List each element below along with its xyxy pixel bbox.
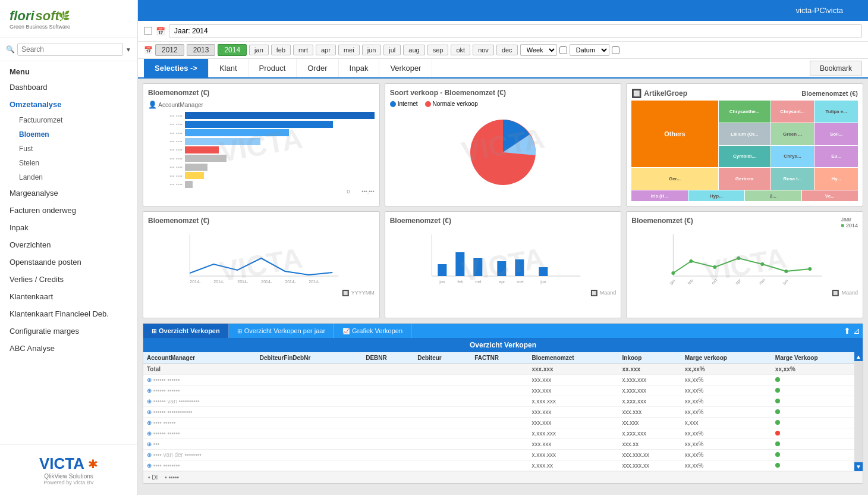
sidebar-subitem-factuuromzet[interactable]: Factuuromzet — [0, 113, 137, 127]
dropdown-arrow-icon[interactable]: ▼ — [125, 46, 131, 53]
year-label-input[interactable] — [169, 24, 862, 37]
bar-label-1: ••• •••• — [148, 121, 183, 127]
week-select[interactable]: Week — [520, 44, 557, 56]
status-dot-3 — [775, 399, 780, 403]
month-jan-btn[interactable]: jan — [249, 45, 269, 55]
cell-r6-deb — [414, 428, 471, 439]
expand-icon-4[interactable]: ⊕ — [147, 409, 152, 415]
sidebar-subitem-stelen[interactable]: Stelen — [0, 156, 137, 170]
sidebar-subitem-bloemen[interactable]: Bloemen — [0, 127, 137, 142]
month-mei-btn[interactable]: mei — [338, 45, 360, 55]
bar-label-7: ••• •••• — [148, 173, 183, 178]
sidebar-item-facturen[interactable]: Facturen onderweg — [0, 202, 137, 219]
datum-checkbox[interactable] — [612, 46, 619, 54]
table-tab-overzicht[interactable]: ⊞ Overzicht Verkopen — [143, 324, 229, 338]
year-2012-btn[interactable]: 2012 — [155, 44, 184, 56]
line3-icon: 🔲 — [832, 290, 839, 296]
year-2014-btn[interactable]: 2014 — [218, 44, 247, 56]
table-tab-per-jaar[interactable]: ⊞ Overzicht Verkopen per jaar — [229, 324, 334, 338]
cell-r5-blom: xxx.xxx — [528, 418, 618, 428]
line1-footer: 🔲 YYYYMM — [148, 290, 375, 296]
sidebar-item-inpak[interactable]: Inpak — [0, 219, 137, 236]
table-expand-icon[interactable]: ⊿ — [853, 326, 860, 336]
month-aug-btn[interactable]: aug — [403, 45, 424, 55]
treemap-bottom-row: Iris (H... Hyp... 2... Ve... — [631, 190, 858, 201]
pie-chart-svg — [458, 111, 548, 188]
treemap-cell-hy: Hy... — [814, 168, 858, 190]
expand-icon-6[interactable]: ⊕ — [147, 430, 152, 437]
cell-r2-factnr — [471, 386, 528, 396]
sidebar-item-verlies[interactable]: Verlies / Credits — [0, 271, 137, 288]
month-apr-btn[interactable]: apr — [316, 45, 336, 55]
tab-order[interactable]: Order — [297, 59, 338, 77]
treemap-cell-cymbidi: Cymbidi... — [719, 146, 770, 168]
sidebar-item-klantenkaart-fin[interactable]: Klantenkaart Financieel Deb. — [0, 305, 137, 322]
scroll-up-btn[interactable]: ▲ — [854, 352, 863, 361]
cell-r5-debnr — [362, 418, 414, 428]
table-export-icon[interactable]: ⬆ — [844, 326, 851, 336]
scroll-down-btn[interactable]: ▼ — [854, 462, 863, 471]
data-table: AccountManager DebiteurFinDebNr DEBNR De… — [143, 352, 863, 471]
cell-r3-margv: xx,xx% — [681, 396, 772, 407]
month-okt-btn[interactable]: okt — [451, 45, 470, 55]
month-jul-btn[interactable]: jul — [383, 45, 401, 55]
bar-chart-title: Bloemenomzet (€) — [148, 89, 375, 97]
tab-product[interactable]: Product — [249, 59, 297, 77]
tab-klant[interactable]: Klant — [209, 59, 249, 77]
sidebar-subitem-landen[interactable]: Landen — [0, 170, 137, 184]
cell-r6-debnr — [362, 428, 414, 439]
line-chart2-svg: jan feb mrt apr mei jun — [390, 228, 617, 288]
expand-icon-3[interactable]: ⊕ — [147, 398, 152, 405]
table-scroll-container[interactable]: AccountManager DebiteurFinDebNr DEBNR De… — [143, 352, 863, 471]
table-scrollbar: ▲ ▼ — [854, 352, 863, 471]
expand-icon-2[interactable]: ⊕ — [147, 387, 152, 394]
month-feb-btn[interactable]: feb — [271, 45, 291, 55]
line-chart1-panel: VICTA Bloemenomzet (€) 2014- 2014- 2014-… — [143, 211, 380, 318]
year-2013-btn[interactable]: 2013 — [187, 44, 216, 56]
sidebar-item-omzetanalyse[interactable]: Omzetanalyse — [0, 96, 137, 113]
cell-total-factnr — [471, 364, 528, 375]
line3-footer: 🔲 Maand — [631, 290, 858, 296]
expand-icon-7[interactable]: ⊕ — [147, 441, 152, 447]
expand-icon-1[interactable]: ⊕ — [147, 377, 152, 383]
search-input[interactable] — [17, 43, 123, 56]
calendar2-icon: 📅 — [144, 46, 153, 54]
week-checkbox[interactable] — [559, 46, 567, 54]
bookmark-btn[interactable]: Bookmark — [810, 61, 862, 76]
dot-feb — [690, 259, 693, 263]
month-dec-btn[interactable]: dec — [496, 45, 518, 55]
green-line — [674, 258, 810, 273]
sidebar-item-abc[interactable]: ABC Analyse — [0, 340, 137, 357]
cell-r1-margk — [772, 375, 863, 386]
treemap-cell-chrysanthe: Chrysanthe... — [719, 101, 770, 123]
menu-title: Menu — [0, 61, 137, 79]
sidebar-item-overzichten[interactable]: Overzichten — [0, 236, 137, 253]
tab-selecties[interactable]: Selecties -> — [144, 59, 209, 77]
sidebar-subitem-fust[interactable]: Fust — [0, 142, 137, 156]
expand-icon-5[interactable]: ⊕ — [147, 419, 152, 426]
treemap-artikelgroep: ArtikelGroep — [644, 89, 687, 98]
month-mrt-btn[interactable]: mrt — [293, 45, 313, 55]
month-sep-btn[interactable]: sep — [427, 45, 449, 55]
datum-select[interactable]: Datum — [570, 44, 609, 56]
cell-r4-am: ⊕ •••••• •••••••••••• — [143, 407, 256, 418]
table-tab-grafiek[interactable]: 📈 Grafiek Verkopen — [334, 324, 411, 338]
expand-icon-9[interactable]: ⊕ — [147, 462, 152, 469]
sidebar-item-openstaande[interactable]: Openstaande posten — [0, 253, 137, 271]
cell-r1-blom: xxx.xxx — [528, 375, 618, 386]
sidebar-item-margeanalyse[interactable]: Margeanalyse — [0, 184, 137, 202]
sidebar-item-config-marges[interactable]: Configuratie marges — [0, 322, 137, 340]
expand-icon-8[interactable]: ⊕ — [147, 452, 152, 458]
table-row-8: ⊕ •••• van der •••••••• x.xxx.xxx xxx.xx… — [143, 450, 863, 460]
treemap-cell-hyp: Hyp... — [688, 190, 744, 201]
sidebar-item-klantenkaart[interactable]: Klantenkaart — [0, 288, 137, 305]
tab-inpak[interactable]: Inpak — [339, 59, 380, 77]
month-nov-btn[interactable]: nov — [473, 45, 494, 55]
tab-verkoper[interactable]: Verkoper — [379, 59, 432, 77]
filter-checkbox[interactable] — [144, 27, 152, 35]
cell-r4-debnr — [362, 407, 414, 418]
table-footer-sub: • ••••• — [165, 474, 179, 481]
sidebar-item-dashboard[interactable]: Dashboard — [0, 79, 137, 96]
line2-icon: 🔲 — [590, 290, 597, 296]
month-jun-btn[interactable]: jun — [362, 45, 382, 55]
